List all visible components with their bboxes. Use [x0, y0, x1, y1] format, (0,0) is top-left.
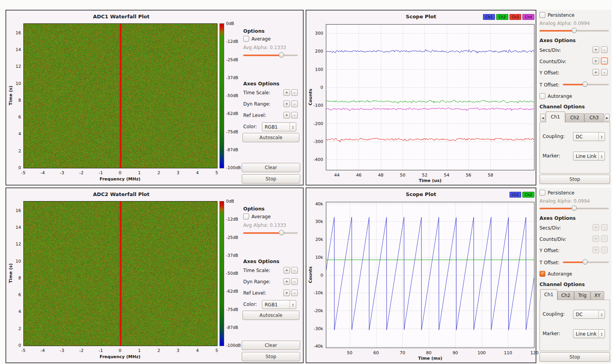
autorange-checkbox-row[interactable]: Autorange [539, 93, 572, 99]
slider-handle[interactable] [279, 52, 284, 58]
legend-chip-ch2[interactable]: Ch2 [522, 192, 534, 198]
t-offset-slider[interactable] [563, 81, 609, 87]
autorange-checkbox[interactable] [539, 271, 545, 277]
average-checkbox[interactable] [243, 36, 249, 42]
counts-div-increase-button[interactable]: + [593, 58, 599, 64]
dyn-range-label: Dyn Range: [243, 279, 271, 284]
time-scale-label: Time Scale: [243, 90, 271, 95]
t-offset-slider[interactable] [563, 259, 609, 265]
ref-level-decrease-button[interactable]: - [291, 112, 298, 118]
persistence-checkbox-row[interactable]: Persistence [539, 190, 575, 196]
dyn-range-decrease-button[interactable]: - [291, 278, 298, 285]
secs-div-increase-button[interactable]: + [593, 224, 599, 231]
marker-select[interactable]: Line Link ▴▾ [573, 152, 605, 161]
waterfall-plot-canvas[interactable] [23, 23, 218, 168]
spinner-icons[interactable]: ▴▾ [598, 310, 605, 318]
tab-ch1[interactable]: Ch1 [546, 111, 565, 122]
slider-handle[interactable] [571, 205, 577, 211]
stop-button[interactable]: Stop [242, 174, 300, 184]
clear-button[interactable]: Clear [242, 163, 300, 172]
legend-chip-ch1[interactable]: Ch1 [483, 14, 495, 20]
tab-xy[interactable]: XY [591, 291, 605, 300]
ref-level-decrease-button[interactable]: - [291, 290, 298, 296]
spinner-down-icon[interactable]: ▾ [601, 137, 602, 139]
secs-div-decrease-button[interactable]: - [601, 224, 608, 231]
time-scale-increase-button[interactable]: + [283, 89, 290, 96]
tick-label: 10k [315, 254, 323, 260]
scope-plot-canvas[interactable] [326, 24, 534, 170]
spinner-down-icon[interactable]: ▾ [601, 315, 602, 316]
persistence-checkbox-row[interactable]: Persistence [539, 12, 575, 18]
clear-button[interactable]: Clear [242, 341, 300, 350]
dyn-range-increase-button[interactable]: + [283, 278, 290, 285]
spinner-down-icon[interactable]: ▾ [292, 305, 294, 307]
persistence-checkbox[interactable] [539, 190, 545, 196]
time-scale-decrease-button[interactable]: - [291, 89, 298, 96]
coupling-select[interactable]: DC ▴▾ [573, 132, 605, 141]
legend-chip-ch1[interactable]: Ch1 [509, 192, 522, 198]
tick-label: 2 [18, 148, 21, 153]
tab-scroll-left-icon[interactable]: ◀ [540, 114, 545, 122]
avg-alpha-slider[interactable] [243, 230, 298, 236]
legend-chip-ch4[interactable]: Ch4 [522, 14, 534, 20]
time-scale-decrease-button[interactable]: - [291, 267, 298, 274]
autoscale-button[interactable]: Autoscale [242, 311, 299, 320]
y-offset-decrease-button[interactable]: - [601, 69, 608, 76]
secs-div-decrease-button[interactable]: - [601, 46, 608, 53]
spinner-icons[interactable]: ▴▾ [598, 133, 605, 141]
slider-handle[interactable] [582, 259, 588, 265]
counts-div-decrease-button[interactable]: - [601, 58, 608, 64]
legend-chip-ch2[interactable]: Ch2 [496, 14, 508, 20]
tab-scroll-right-icon[interactable]: ▶ [605, 114, 610, 122]
color-select[interactable]: RGB1 ▴▾ [262, 122, 296, 131]
slider-handle[interactable] [571, 28, 577, 33]
spinner-icons[interactable]: ▴▾ [290, 123, 296, 131]
average-checkbox-row[interactable]: Average [243, 214, 271, 219]
secs-div-increase-button[interactable]: + [593, 46, 599, 53]
spinner-down-icon[interactable]: ▾ [601, 334, 602, 336]
spinner-icons[interactable]: ▴▾ [598, 152, 605, 160]
tab-ch1[interactable]: Ch1 [540, 289, 557, 300]
spinner-down-icon[interactable]: ▾ [292, 127, 294, 129]
analog-alpha-slider[interactable] [539, 205, 609, 211]
time-scale-increase-button[interactable]: + [283, 267, 290, 274]
marker-select[interactable]: Line Link ▴▾ [573, 329, 605, 338]
ref-level-increase-button[interactable]: + [283, 290, 290, 296]
counts-div-decrease-button[interactable]: - [601, 235, 608, 242]
spinner-down-icon[interactable]: ▾ [601, 156, 602, 158]
slider-handle[interactable] [582, 81, 588, 87]
coupling-select[interactable]: DC ▴▾ [573, 310, 605, 319]
tab-ch3[interactable]: Ch3 [584, 113, 604, 122]
autorange-checkbox-row[interactable]: Autorange [539, 271, 572, 277]
y-offset-increase-button[interactable]: + [593, 247, 599, 253]
tab-ch2[interactable]: Ch2 [565, 113, 585, 122]
persistence-checkbox[interactable] [539, 12, 545, 18]
autoscale-button[interactable]: Autoscale [242, 133, 299, 142]
counts-div-increase-button[interactable]: + [593, 235, 599, 242]
autorange-checkbox[interactable] [539, 93, 545, 99]
y-offset-increase-button[interactable]: + [593, 69, 599, 76]
analog-alpha-slider[interactable] [539, 28, 609, 34]
scope-plot-canvas[interactable] [326, 202, 534, 348]
avg-alpha-slider[interactable] [243, 52, 298, 58]
color-select[interactable]: RGB1 ▴▾ [262, 300, 296, 309]
tick-label: -5 [21, 170, 26, 175]
stop-button[interactable]: Stop [539, 175, 610, 184]
average-checkbox[interactable] [243, 214, 249, 219]
y-offset-decrease-button[interactable]: - [601, 247, 608, 253]
slider-handle[interactable] [279, 230, 284, 235]
spinner-icons[interactable]: ▴▾ [598, 330, 605, 338]
dyn-range-increase-button[interactable]: + [283, 101, 290, 107]
ref-level-increase-button[interactable]: + [283, 112, 290, 118]
average-checkbox-row[interactable]: Average [243, 36, 271, 42]
tab-ch2[interactable]: Ch2 [557, 291, 575, 300]
dyn-range-decrease-button[interactable]: - [291, 101, 298, 107]
waterfall-plot-canvas[interactable] [23, 201, 218, 346]
stop-button[interactable]: Stop [539, 352, 610, 362]
legend-chip-ch3[interactable]: Ch3 [509, 14, 522, 20]
tick-label: 110 [504, 350, 512, 355]
tick-label: 20k [315, 237, 323, 242]
spinner-icons[interactable]: ▴▾ [290, 300, 296, 309]
stop-button[interactable]: Stop [242, 352, 300, 361]
tab-trig[interactable]: Trig [574, 291, 590, 300]
